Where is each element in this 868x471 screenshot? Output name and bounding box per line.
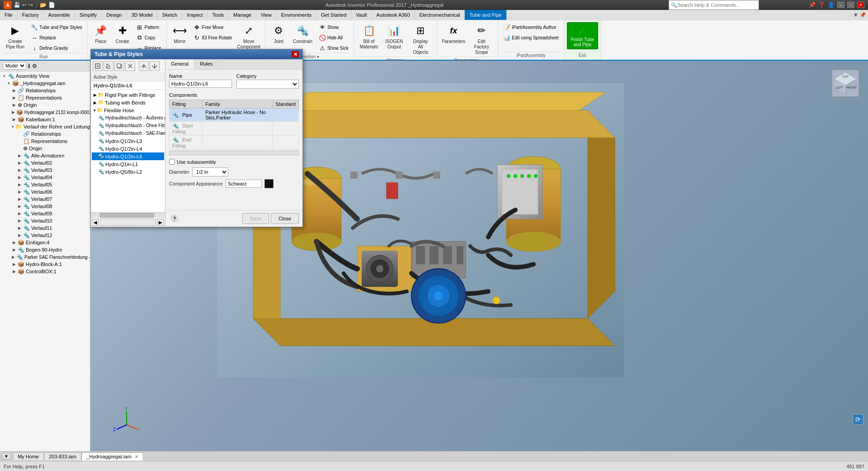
dlg-delete-button[interactable] — [125, 61, 135, 71]
tab-factory[interactable]: Factory — [18, 10, 44, 20]
tree-verlauf06[interactable]: ▶ 🔩 Verlauf06 — [1, 188, 89, 195]
bom-button[interactable]: 📋 Bill ofMaterials — [357, 22, 382, 51]
nav-next-button[interactable]: ▶ — [157, 219, 164, 226]
edit-spreadsheet-button[interactable]: 📊 Edit using Spreadsheet — [501, 33, 561, 43]
tree-verlauf07[interactable]: ▶ 🔩 Verlauf07 — [1, 195, 89, 203]
tree-verlauf11[interactable]: ▶ 🔩 Verlauf11 — [1, 224, 89, 232]
ribbon-expand-icon[interactable]: ▼ — [853, 12, 859, 18]
tab-manage[interactable]: Manage — [229, 10, 256, 20]
dlg-import-button[interactable] — [139, 61, 149, 71]
tree-verlauf04[interactable]: ▶ 🔩 Verlauf04 — [1, 174, 89, 181]
tab-environments[interactable]: Environments — [277, 10, 316, 20]
view-share-btn[interactable]: ⟳ — [853, 414, 863, 425]
ribbon-pin-icon[interactable]: 📌 — [859, 12, 866, 18]
tab-tubeandpipe[interactable]: Tube and Pipe — [465, 10, 506, 20]
search-bar[interactable]: 🔍 — [669, 0, 759, 10]
tab-view[interactable]: View — [256, 10, 277, 20]
tree-bogen90[interactable]: ▶ 🔩 Bogen-90-Hydro — [1, 246, 89, 253]
tab-design[interactable]: Design — [102, 10, 127, 20]
tree-kabelbaum[interactable]: ▶ 📦 Kabelbaum:1 — [1, 116, 89, 123]
category-select[interactable] — [236, 80, 299, 89]
replace-button[interactable]: ↔ Replace — [28, 33, 85, 43]
tree-representations1[interactable]: ▶ 📋 Representations — [1, 94, 89, 101]
finish-tube-pipe-button[interactable]: ✓ Finish Tubeand Pipe — [567, 22, 599, 49]
close-button[interactable]: ✕ — [857, 2, 864, 8]
minimize-button[interactable]: ─ — [837, 2, 844, 8]
account-icon[interactable]: 👤 — [828, 2, 835, 8]
tree-verlauf08[interactable]: ▶ 🔩 Verlauf08 — [1, 203, 89, 210]
show-sick-button[interactable]: ⚠ Show Sick — [316, 43, 351, 53]
tree-origin1[interactable]: ▶ ⊕ Origin — [1, 101, 89, 109]
tree-hydroaggregat2132[interactable]: ▶ 📦 Hydroaggregat 2132 kompl-I0002920:1 — [1, 109, 89, 116]
scrollbar-thumb[interactable] — [100, 213, 154, 218]
tab-sketch[interactable]: Sketch — [158, 10, 183, 20]
dlg-new-button[interactable] — [93, 61, 103, 71]
style-tree-hydro-q1-2in-l4[interactable]: 🔩 Hydro-Q1/2in-L4 — [92, 145, 164, 152]
save-icon[interactable]: 💾 — [14, 2, 20, 8]
bottom-tab-hydroaggregat[interactable]: _Hydroaggregat.iam ✕ — [81, 452, 143, 461]
style-tree-rigid-pipe[interactable]: ▶ 📁 Rigid Pipe with Fittings — [92, 91, 164, 99]
style-tree-hydro-q1-2in-l6[interactable]: 🔩 Hydro-Q1/2in-L6 — [92, 152, 164, 160]
style-tree-flexible-hose[interactable]: ▾ 📁 Flexible Hose — [92, 106, 164, 114]
mirror-button[interactable]: ⟷ Mirror — [170, 22, 190, 46]
dialog-help-button[interactable]: ? — [171, 215, 178, 222]
copy-button[interactable]: ⧉ Copy — [134, 33, 164, 43]
table-row[interactable]: 🔩 Start Fitting — [170, 122, 299, 136]
display-all-button[interactable]: ⊞ Display AllObjects — [407, 22, 434, 57]
style-tree-hydraulikschlauch2[interactable]: 🔩 Hydraulikschlauch - Ohne Fittings — [92, 122, 164, 129]
create-pipe-run-button[interactable]: ▶ CreatePipe Run — [3, 22, 28, 51]
tree-verlauf-folder[interactable]: ▾ 📁 Verlauf der Rohre und Leitungen — [1, 123, 89, 130]
use-subassembly-checkbox[interactable] — [169, 159, 175, 165]
tree-alle-armaturen[interactable]: ▶ 🔩 Alle-Armaturen — [1, 152, 89, 159]
bottom-tab-203833[interactable]: 203-833.iam — [44, 452, 81, 460]
tree-verlauf03[interactable]: ▶ 🔩 Verlauf03 — [1, 167, 89, 174]
tree-verlauf02[interactable]: ▶ 🔩 Verlauf02 — [1, 159, 89, 167]
tree-verlauf12[interactable]: ▶ 🔩 Verlauf12 — [1, 232, 89, 239]
save-button[interactable]: Save — [242, 213, 269, 224]
diameter-select[interactable]: 1/2 in — [192, 167, 228, 176]
new-icon[interactable]: 📄 — [48, 2, 55, 8]
hide-all-button[interactable]: 🚫 Hide All — [316, 33, 351, 43]
tree-representations2[interactable]: 📋 Representations — [1, 138, 89, 145]
dlg-edit-button[interactable] — [104, 61, 113, 71]
help-icon[interactable]: ❓ — [818, 2, 825, 8]
free-move-button[interactable]: ✥ Free Move — [191, 22, 235, 32]
tree-relationships1[interactable]: ▶ 🔗 Relationships — [1, 87, 89, 94]
tree-parker[interactable]: ▶ 🔩 Parker SAE Flanschverbindung - 90° S… — [1, 253, 89, 261]
dlg-export-button[interactable] — [150, 61, 160, 71]
style-tree-hydro-q5-8in-l2[interactable]: 🔩 Hydro-Q5/8in-L2 — [92, 168, 164, 176]
undo-icon[interactable]: ↩ — [22, 2, 27, 8]
tree-verlauf09[interactable]: ▶ 🔩 Verlauf09 — [1, 210, 89, 217]
tree-verlauf05[interactable]: ▶ 🔩 Verlauf05 — [1, 181, 89, 188]
tree-einfugen[interactable]: ▶ 📦 Einfügen:4 — [1, 239, 89, 246]
tube-dialog-title-bar[interactable]: Tube & Pipe Styles ✕ — [91, 49, 302, 59]
tube-pipe-styles-button[interactable]: 🔧 Tube and Pipe Styles — [28, 22, 85, 32]
tree-hydroaggregat[interactable]: ▾ 📦 _Hydroaggregat.iam — [1, 80, 89, 87]
dialog-tab-rules[interactable]: Rules — [194, 59, 218, 69]
style-tree-scrollbar[interactable] — [91, 212, 165, 218]
tab-inspect[interactable]: Inspect — [182, 10, 208, 20]
search-input[interactable] — [677, 2, 757, 8]
tab-getstarted[interactable]: Get Started — [316, 10, 351, 20]
tab-3dmodel[interactable]: 3D Model — [127, 10, 157, 20]
joint-button[interactable]: ⚙ Joint — [268, 22, 289, 46]
table-row[interactable]: 🔩 Pipe Parker Hydraulic Hose - No Skis,P… — [170, 109, 299, 122]
tab-simplify[interactable]: Simplify — [75, 10, 102, 20]
appearance-input[interactable] — [226, 180, 262, 188]
tab-electromechanical[interactable]: Electromechanical — [415, 10, 465, 20]
pin-icon[interactable]: 📌 — [809, 2, 816, 8]
redo-icon[interactable]: ↪ — [28, 2, 33, 8]
tab-tools[interactable]: Tools — [208, 10, 229, 20]
tree-relationships2[interactable]: 🔗 Relationships — [1, 130, 89, 138]
table-scrollbar[interactable] — [169, 151, 299, 155]
free-rotate-button[interactable]: ↻ 83 Free Rotate — [191, 33, 235, 43]
style-tree-hydraulikschlauch1[interactable]: 🔩 Hydraulikschlauch - Äußeres gera... — [92, 114, 164, 122]
ipart-author-button[interactable]: 📝 iPart/Assembly Author — [501, 22, 561, 32]
constrain-button[interactable]: 🔩 Constrain — [290, 22, 316, 46]
style-tree-hydro-q1in-l1[interactable]: 🔩 Hydro-Q1in-L1 — [92, 160, 164, 168]
style-tree-hydraulikschlauch3[interactable]: 🔩 Hydraulikschlauch - SAE-Flansch-V... — [92, 129, 164, 137]
panel-info-icon[interactable]: ℹ — [28, 63, 30, 69]
maximize-button[interactable]: □ — [847, 2, 854, 8]
dialog-tab-general[interactable]: General — [165, 59, 194, 69]
tree-origin2[interactable]: ⊕ Origin — [1, 145, 89, 152]
